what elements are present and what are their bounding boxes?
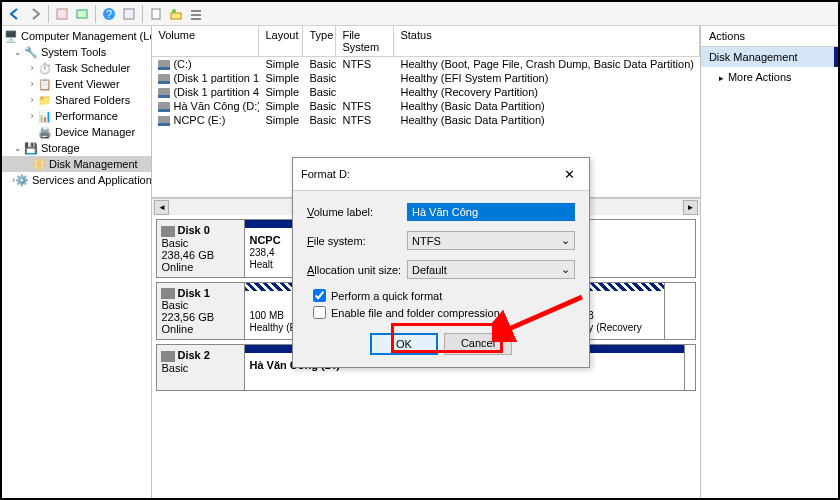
tree-services[interactable]: ›⚙️Services and Applications [2,172,151,188]
svg-rect-9 [191,14,201,16]
tree-disk-management[interactable]: 📀Disk Management [2,156,151,172]
forward-icon[interactable] [26,5,44,23]
svg-rect-1 [77,10,87,18]
volume-row[interactable]: (Disk 1 partition 1)SimpleBasicHealthy (… [152,71,699,85]
tree-performance[interactable]: ›📊Performance [2,108,151,124]
scroll-left-icon[interactable]: ◄ [154,200,169,215]
svg-rect-6 [171,13,181,19]
volume-row[interactable]: NCPC (E:)SimpleBasicNTFSHealthy (Basic D… [152,113,699,127]
svg-rect-5 [152,9,160,19]
col-fs[interactable]: File System [336,26,394,56]
volume-row[interactable]: (Disk 1 partition 4)SimpleBasicHealthy (… [152,85,699,99]
compression-checkbox[interactable]: Enable file and folder compression [313,306,575,319]
allocation-size-label: Allocation unit size: [307,264,407,276]
col-layout[interactable]: Layout [259,26,303,56]
tree-label: Event Viewer [55,78,120,90]
actions-group[interactable]: Disk Management [701,47,838,67]
svg-point-7 [172,9,176,13]
volume-row[interactable]: Hà Văn Công (D:)SimpleBasicNTFSHealthy (… [152,99,699,113]
tree-system-tools[interactable]: ⌄🔧System Tools [2,44,151,60]
disk-info[interactable]: Disk 0Basic238,46 GBOnline [157,220,245,277]
actions-pane: Actions Disk Management More Actions [701,26,838,498]
svg-rect-10 [191,18,201,20]
svg-rect-0 [57,9,67,19]
actions-more[interactable]: More Actions [701,67,838,87]
export-icon[interactable] [73,5,91,23]
tree-label: Shared Folders [55,94,130,106]
col-type[interactable]: Type [303,26,336,56]
settings-icon[interactable] [167,5,185,23]
tree-view: 🖥️Computer Management (Local ⌄🔧System To… [2,26,152,498]
dialog-title: Format D: [301,168,350,180]
properties-icon[interactable] [53,5,71,23]
scroll-right-icon[interactable]: ► [683,200,698,215]
volume-row[interactable]: (C:)SimpleBasicNTFSHealthy (Boot, Page F… [152,57,699,71]
refresh-icon[interactable] [147,5,165,23]
volume-label-label: Volume label: [307,206,407,218]
volume-label-input[interactable]: Hà Văn Công [407,203,575,221]
chevron-down-icon: ⌄ [561,263,570,276]
tree-storage[interactable]: ⌄💾Storage [2,140,151,156]
format-dialog: Format D: ✕ Volume label: Hà Văn Công Fi… [292,157,590,368]
actions-title: Actions [701,26,838,47]
list-icon[interactable] [187,5,205,23]
disk-info[interactable]: Disk 1Basic223,56 GBOnline [157,283,245,340]
tree-device-manager[interactable]: 🖨️Device Manager [2,124,151,140]
svg-rect-4 [124,9,134,19]
tree-shared-folders[interactable]: ›📁Shared Folders [2,92,151,108]
tree-event-viewer[interactable]: ›📋Event Viewer [2,76,151,92]
volume-header-row: Volume Layout Type File System Status [152,26,699,57]
col-volume[interactable]: Volume [152,26,259,56]
tree-label: Computer Management (Local [21,30,152,42]
quick-format-checkbox[interactable]: Perform a quick format [313,289,575,302]
file-system-label: File system: [307,235,407,247]
allocation-size-select[interactable]: Default⌄ [407,260,575,279]
svg-rect-8 [191,10,201,12]
close-icon[interactable]: ✕ [557,164,581,184]
toolbar: ? [2,2,838,26]
cancel-button[interactable]: Cancel [444,333,512,355]
file-system-select[interactable]: NTFS⌄ [407,231,575,250]
chevron-down-icon: ⌄ [561,234,570,247]
tree-label: Services and Applications [32,174,152,186]
ok-button[interactable]: OK [370,333,438,355]
tree-label: Device Manager [55,126,135,138]
help-icon[interactable]: ? [100,5,118,23]
tree-label: Task Scheduler [55,62,130,74]
col-status[interactable]: Status [394,26,699,56]
back-icon[interactable] [6,5,24,23]
tree-label: System Tools [41,46,106,58]
tree-label: Disk Management [49,158,138,170]
tree-root[interactable]: 🖥️Computer Management (Local [2,28,151,44]
tree-task-scheduler[interactable]: ›⏱️Task Scheduler [2,60,151,76]
options-icon[interactable] [120,5,138,23]
svg-text:?: ? [106,8,112,20]
tree-label: Storage [41,142,80,154]
tree-label: Performance [55,110,118,122]
disk-info[interactable]: Disk 2Basic [157,345,245,390]
